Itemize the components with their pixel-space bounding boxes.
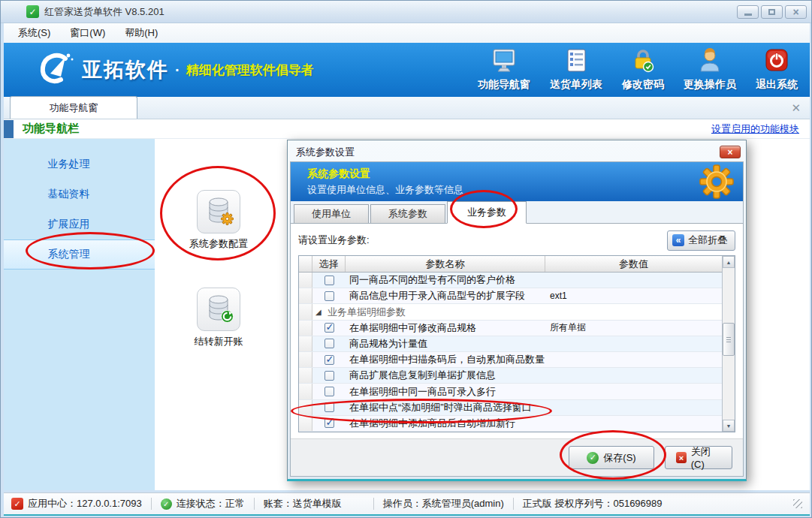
menu-system[interactable]: 系统(S) xyxy=(8,24,60,42)
col-param-name[interactable]: 参数名称 xyxy=(346,256,545,272)
brand-slogan: 精细化管理软件倡导者 xyxy=(186,62,314,79)
title-bar: 红管家送货单软件 V8.5.201 xyxy=(1,1,812,23)
row-indicator xyxy=(299,321,312,336)
param-name: 在单据明细中添加商品后自动增加新行 xyxy=(346,417,545,430)
minimize-button[interactable] xyxy=(737,5,759,19)
col-param-value[interactable]: 参数值 xyxy=(545,256,722,272)
collapse-triangle-icon[interactable] xyxy=(315,309,323,316)
status-separator xyxy=(513,498,514,510)
sidebar-item-extended-apps[interactable]: 扩展应用 xyxy=(4,209,155,239)
table-row[interactable]: 在单据明细中添加商品后自动增加新行 xyxy=(299,416,722,432)
params-table: 选择 参数名称 参数值 同一商品不同的型号有不同的客户价格 xyxy=(298,255,735,432)
menu-help[interactable]: 帮助(H) xyxy=(115,24,168,42)
status-operator: 操作员：系统管理员(admin) xyxy=(383,497,504,510)
dialog-close-button[interactable] xyxy=(720,146,741,158)
checkbox[interactable] xyxy=(324,339,334,348)
sidebar-item-business[interactable]: 业务处理 xyxy=(4,149,155,179)
tab-business-params[interactable]: 业务参数 xyxy=(447,201,527,224)
tab-company-info[interactable]: 使用单位 xyxy=(294,204,369,223)
save-button[interactable]: 保存(S) xyxy=(569,446,654,469)
menu-window[interactable]: 窗口(W) xyxy=(60,24,115,42)
dialog-title: 系统参数设置 xyxy=(296,146,355,159)
scroll-up-icon[interactable]: ▲ xyxy=(723,256,735,268)
table-row[interactable]: 商品规格为计量值 xyxy=(299,336,722,352)
toolbar-switch-operator-button[interactable]: 更换操作员 xyxy=(684,48,736,92)
status-connection: 连接状态：正常 xyxy=(161,497,245,510)
status-app-center: 应用中心：127.0.0.1:7093 xyxy=(11,497,142,510)
app-center-icon xyxy=(11,498,23,510)
sidebar-item-basic-data[interactable]: 基础资料 xyxy=(4,179,155,209)
table-row[interactable]: 在单据明细中扫描条码后，自动累加商品数量 xyxy=(299,352,722,368)
dialog-header: 系统参数设置 设置使用单位信息、业务参数等信息 xyxy=(291,162,743,201)
status-bar: 应用中心：127.0.0.1:7093 连接状态：正常 账套：送货单模版 操作员… xyxy=(4,492,810,516)
row-indicator xyxy=(299,288,312,303)
lock-icon xyxy=(630,48,656,76)
row-indicator xyxy=(299,273,312,288)
table-row[interactable]: 商品信息中用于录入商品型号的扩展字段 ext1 xyxy=(299,288,722,304)
checkbox[interactable] xyxy=(324,355,334,365)
row-indicator xyxy=(299,368,312,383)
nav-sidebar: 业务处理 基础资料 扩展应用 系统管理 xyxy=(4,139,155,490)
vertical-scrollbar[interactable]: ▲ ▼ xyxy=(722,256,735,432)
user-icon xyxy=(697,48,723,76)
shortcut-system-params[interactable]: 系统参数配置 xyxy=(174,190,263,251)
collapse-all-button[interactable]: 全部折叠 xyxy=(667,230,735,251)
dialog-tab-strip: 使用单位 系统参数 业务参数 xyxy=(291,201,743,224)
table-row[interactable]: 同一商品不同的型号有不同的客户价格 xyxy=(299,273,722,288)
dialog-content: 请设置业务参数: 全部折叠 选择 参数名称 参数值 xyxy=(291,224,743,438)
sidebar-item-system-mgmt[interactable]: 系统管理 xyxy=(4,239,155,270)
window-title: 红管家送货单软件 V8.5.201 xyxy=(44,5,165,19)
table-row[interactable]: 在单据明细中可修改商品规格 所有单据 xyxy=(299,321,722,336)
tab-system-params[interactable]: 系统参数 xyxy=(370,204,445,223)
checkbox[interactable] xyxy=(324,387,334,396)
param-value: ext1 xyxy=(545,291,722,301)
toolbar-exit-button[interactable]: 退出系统 xyxy=(756,48,798,92)
checkbox[interactable] xyxy=(324,291,334,301)
close-dialog-button[interactable]: 关闭(C) xyxy=(665,446,732,469)
checkbox[interactable] xyxy=(324,323,334,333)
shortcut-carry-forward[interactable]: 结转新开账 xyxy=(174,288,263,348)
row-indicator xyxy=(299,416,312,431)
checkbox[interactable] xyxy=(324,418,334,428)
checkbox[interactable] xyxy=(324,276,334,285)
row-indicator xyxy=(299,384,312,399)
checkbox[interactable] xyxy=(324,371,334,381)
toolbar-change-password-button[interactable]: 修改密码 xyxy=(622,48,664,92)
row-indicator xyxy=(299,336,312,351)
params-prompt: 请设置业务参数: xyxy=(298,233,370,247)
gear-icon xyxy=(699,164,734,201)
param-name: 商品扩展信息复制到单据扩展信息 xyxy=(346,369,545,382)
dialog-title-bar: 系统参数设置 xyxy=(290,143,744,161)
maximize-button[interactable] xyxy=(761,5,783,19)
scroll-down-icon[interactable]: ▼ xyxy=(723,420,735,432)
row-indicator xyxy=(299,304,312,319)
collapse-icon xyxy=(672,234,684,246)
table-row[interactable]: 商品扩展信息复制到单据扩展信息 xyxy=(299,368,722,384)
toolbar-delivery-list-button[interactable]: 送货单列表 xyxy=(550,48,602,92)
tab-nav-window[interactable]: 功能导航窗 xyxy=(10,96,137,119)
col-select[interactable]: 选择 xyxy=(312,256,346,272)
brand-name: 亚拓软件 xyxy=(82,56,169,83)
table-row-highlighted[interactable]: 在单据中点“添加明细”时弹出商品选择窗口 xyxy=(299,400,722,416)
toolbar-nav-window-button[interactable]: 功能导航窗 xyxy=(478,48,530,92)
status-license: 正式版 授权序列号：051696989 xyxy=(523,497,663,510)
brand-banner: 亚拓软件 · 精细化管理软件倡导者 功能导航窗 xyxy=(4,43,810,97)
param-name: 商品规格为计量值 xyxy=(346,337,545,351)
status-separator xyxy=(254,498,255,510)
list-icon xyxy=(563,48,589,76)
tab-close-icon[interactable]: ✕ xyxy=(791,101,801,115)
close-button[interactable] xyxy=(785,5,807,19)
close-x-icon xyxy=(676,452,687,463)
table-row[interactable]: 在单据明细中同一商品可录入多行 xyxy=(299,384,722,399)
table-header: 选择 参数名称 参数值 xyxy=(299,256,722,273)
resize-grip[interactable] xyxy=(793,499,802,508)
param-name: 在单据明细中同一商品可录入多行 xyxy=(346,385,545,399)
enable-modules-link[interactable]: 设置启用的功能模块 xyxy=(711,122,799,136)
row-indicator xyxy=(299,400,312,415)
status-separator xyxy=(151,498,152,510)
dialog-footer: 保存(S) 关闭(C) xyxy=(291,438,743,476)
scrollbar-thumb[interactable] xyxy=(723,323,735,356)
checkbox[interactable] xyxy=(324,402,334,412)
table-group-row[interactable]: 业务单据明细参数 xyxy=(299,304,722,320)
save-check-icon xyxy=(587,452,599,464)
